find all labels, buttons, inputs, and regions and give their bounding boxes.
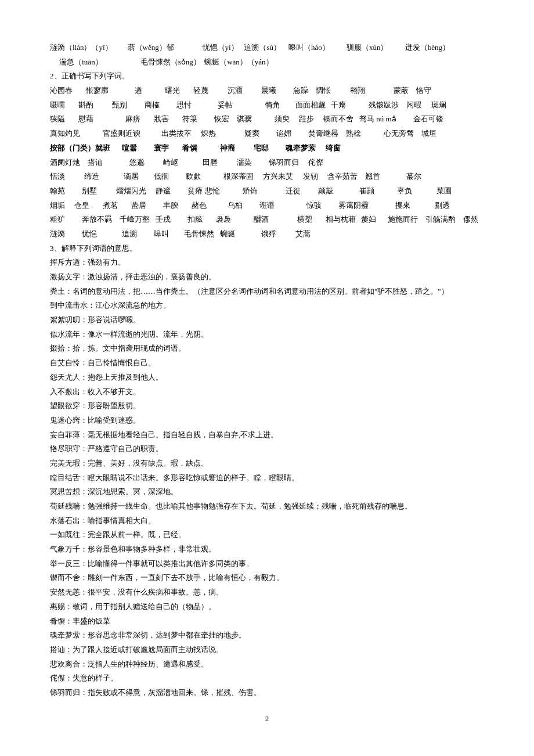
definition-line: 挥斥方遒：强劲有力。	[50, 255, 484, 270]
text-line: 烟垢 仓皇 煮茗 蛰居 丰腴 赭色 乌桕 诳语 惊骇 雾霭阴霾 攫來 剔透	[50, 199, 484, 213]
definition-line: 瞠目结舌：瞪大眼睛说不出话来。多形容吃惊或窘迫的样子。瞠，瞪眼睛。	[50, 471, 484, 485]
definition-line: 侘傺：失意的样子。	[50, 671, 484, 686]
definition-line: 水落石出：喻指事情真相大白。	[50, 514, 484, 528]
text-line: 2、正确书写下列字词。	[50, 69, 484, 84]
text-line: 狭隘 慰藉 麻痹 戕害 符箓 恢宏 骐骥 须臾 跬步 锲而不舍 驽马 nú mǎ…	[50, 112, 484, 127]
definition-line: 悲欢离合：泛指人生的种种经历、遭遇和感受。	[50, 657, 484, 672]
definition-line: 肴馔：丰盛的饭菜	[50, 614, 484, 629]
definition-line: 惠赐：敬词，用于指别人赠送给自己的（物品）。	[50, 600, 484, 614]
definition-line: 举一反三：比喻懂得一件事就可以类推出其他许多同类的事。	[50, 557, 484, 571]
definition-line: 铩羽而归：指失败或不得意，灰溜溜地回来。铩，摧残、伤害。	[50, 686, 484, 700]
definition-line: 冥思苦想：深沉地思索。冥，深深地。	[50, 485, 484, 499]
definition-line: 粪土：名词的意动用法，把……当作粪土。（注意区分名词作动词和名词意动用法的区别。…	[50, 285, 484, 299]
definition-line: 妄自菲薄：毫无根据地看轻自己。指自轻自贱，自暴自弃,不求上进。	[50, 428, 484, 442]
text-line-bold: 按部（门类）就班 喧嚣 寰宇 肴馔 神裔 宅邸 魂牵梦萦 绮窗	[50, 141, 484, 156]
definition-line: 自艾自怜：自己怜惜悔恨自己。	[50, 356, 484, 370]
definition-line: 锲而不舍：雕刻一件东西，一直刻下去不放手，比喻有恒心，有毅力。	[50, 571, 484, 585]
text-line: 湍急（tuān） 毛骨悚然（sǒng） 蜿蜒（wān）（yán）	[50, 55, 484, 70]
bold-phrase: 按部（门类）就班 喧嚣 寰宇 肴馔 神裔 宅邸 魂牵梦萦 绮窗	[50, 143, 341, 152]
definition-line: 入不敷出：收入不够开支。	[50, 385, 484, 399]
definition-line: 3、解释下列词语的意思。	[50, 242, 484, 256]
text-line: 翰苑 别墅 熠熠闪光 静谧 贫瘠 悲怆 矫饰 迁徙 颠簸 崔颢 辜负 菜圃	[50, 184, 484, 199]
definition-line: 望眼欲穿：形容盼望殷切。	[50, 399, 484, 413]
text-line: 粗犷 奔放不羁 千峰万壑 壬戌 扣舷 袅袅 釃酒 横槊 相与枕藉 嫠妇 施施而行…	[50, 213, 484, 227]
text-line: 恬淡 缔造 谪居 低徊 欷歔 根深蒂固 方兴未艾 发轫 含辛茹苦 翘首 蕞尔	[50, 170, 484, 184]
document-page: 涟漪（lián）（yī） 蓊（wěng）郁 忧悒（yì） 追溯（sù） 嗥叫（h…	[0, 0, 534, 749]
definition-line: 气象万千：形容景色和事物多种多样，非常壮观。	[50, 542, 484, 557]
definition-line: 激扬文字：激浊扬清，抨击恶浊的，褒扬善良的。	[50, 270, 484, 285]
definition-line: 搭讪：为了跟人接近或打破尴尬局面而主动找话说。	[50, 643, 484, 657]
text-line: 酒阑灯灺 搭讪 悠邈 崎岖 田塍 濡染 铩羽而归 侘傺	[50, 156, 484, 170]
text-line: 涟漪（lián）（yī） 蓊（wěng）郁 忧悒（yì） 追溯（sù） 嗥叫（h…	[50, 41, 484, 55]
text-line: 嗫嚅 斟酌 甄别 商榷 思忖 妥帖 犄角 面面相觑 干瘪 残骸跋涉 闲暇 斑斓	[50, 98, 484, 113]
page-number: 2	[50, 712, 484, 726]
definition-line: 鬼迷心窍：比喻受到迷惑。	[50, 413, 484, 428]
definition-line: 似水流年：像水一样流逝的光阴。流年，光阴。	[50, 327, 484, 342]
definition-line: 恪尽职守：严格遵守自己的职责。	[50, 442, 484, 456]
text-line: 真知灼见 官盛则近谀 出类拔萃 炽热 疑窦 谄媚 焚膏继晷 熟稔 心无旁骛 城垣	[50, 127, 484, 141]
text-line: 沁园春 怅寥廓 遒 曙光 轻蔑 沉湎 晨曦 急躁 惆怅 翱翔 蒙蔽 恪守	[50, 84, 484, 98]
definition-line: 完美无瑕：完善、美好，没有缺点。瑕，缺点。	[50, 456, 484, 471]
definition-line: 安然无恙：很平安，没有什么疾病和事故。恙，病。	[50, 585, 484, 600]
definition-line: 掇拾：拾，拣。文中指袭用现成的词语。	[50, 341, 484, 356]
definition-line: 怨天尤人：抱怨上天推及到他人。	[50, 370, 484, 385]
text-line: 涟漪 忧悒 追溯 嗥叫 毛骨悚然 蜿蜒 饿殍 艾蒿	[50, 227, 484, 242]
definition-line: 到中流击水：江心水深流急的地方。	[50, 298, 484, 313]
definition-line: 魂牵梦萦：形容思念非常深切，达到梦中都在牵挂的地步。	[50, 628, 484, 643]
definition-line: 絮絮叨叨：形容说话啰嗦。	[50, 313, 484, 327]
definition-line: 苟延残喘：勉强维持一线生命。也比喻其他事物勉强存在下去。苟延，勉强延续；残喘，临…	[50, 499, 484, 514]
definition-line: 一如既往：完全跟从前一样。既，已经。	[50, 528, 484, 542]
